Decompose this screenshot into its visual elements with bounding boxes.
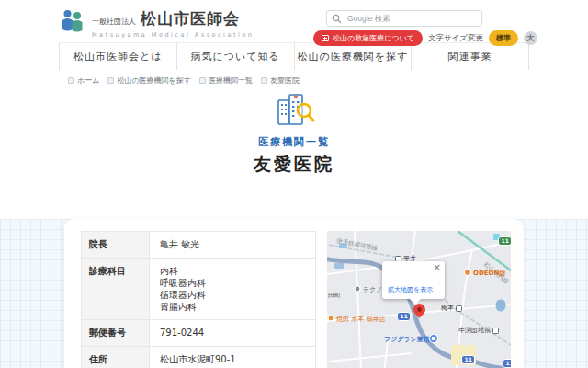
row-label-departments: 診療科目 [82,259,150,320]
nav-item-related[interactable]: 関連事業 [411,43,529,70]
header-utilities: 松山の救急医療について 文字サイズ変更 標準 大 [313,7,537,46]
route-11-shield: 11 [397,312,411,321]
clinic-detail-card: 院長 亀井 敏光 診療科目 内科 呼吸器内科 循環器内科 胃腸内科 郵便番号 7… [64,219,524,368]
building-search-icon [273,113,315,131]
breadcrumb-institution-list[interactable]: 医療機関一覧 [199,75,253,86]
train-station-icon [456,305,462,312]
header: 一般社団法人 松山市医師会 Matsuyama Medical Associat… [0,0,588,42]
row-label-director: 院長 [82,232,150,259]
breadcrumb-icon [68,77,74,84]
clinic-info-table: 院長 亀井 敏光 診療科目 内科 呼吸器内科 循環器内科 胃腸内科 郵便番号 7… [81,231,316,368]
breadcrumb-current-page: 友愛医院 [261,75,300,86]
page-heading: 医療機関一覧 友愛医院 [0,86,588,190]
row-value-postal-code: 791-0244 [150,320,316,347]
org-name-en: Matsuyama Medical Association [92,31,254,39]
row-label-address: 住所 [82,347,150,368]
route-11-shield: 11 [503,359,511,368]
station-umemoto[interactable]: 梅本 [441,304,462,313]
emergency-button-label: 松山の救急医療について [333,33,414,43]
nav-item-about[interactable]: 松山市医師会とは [59,43,176,70]
emergency-medical-button[interactable]: 松山の救急医療について [313,30,423,46]
enlarge-map-link[interactable]: 拡大地図を表示 [388,285,433,294]
search-icon [332,10,342,28]
train-station-icon [492,328,499,334]
row-value-departments: 内科 呼吸器内科 循環器内科 胃腸内科 [150,259,316,320]
page-root: 一般社団法人 松山市医師会 Matsuyama Medical Associat… [0,0,588,368]
poi-odeon[interactable]: ODEON坊 [473,270,505,277]
table-row: 郵便番号 791-0244 [82,320,316,347]
table-row: 住所 松山市水泥町90-1 [82,347,316,368]
breadcrumb: ホーム 松山の医療機関を探す 医療機関一覧 友愛医院 [0,70,588,86]
search-input[interactable] [326,10,482,27]
main-nav: 松山市医師会とは 病気について知る 松山の医療機関を探す 関連事業 [59,42,529,70]
table-row: 院長 亀井 敏光 [82,232,316,259]
table-row: 診療科目 内科 呼吸器内科 循環器内科 胃腸内科 [82,259,316,320]
breadcrumb-icon [199,77,206,84]
poi-fuji-grand[interactable]: フジグラン重信 [384,336,430,343]
content-background: 院長 亀井 敏光 診療科目 内科 呼吸器内科 循環器内科 胃腸内科 郵便番号 7… [0,219,588,368]
nav-item-find-institution[interactable]: 松山の医療機関を探す [294,43,412,70]
brand-text: 一般社団法人 松山市医師会 Matsuyama Medical Associat… [92,8,254,39]
nav-item-disease[interactable]: 病気について知る [176,43,294,70]
breadcrumb-find-institution[interactable]: 松山の医療機関を探す [107,75,191,86]
org-type: 一般社団法人 [92,17,136,27]
page-title: 友愛医院 [0,153,588,177]
breadcrumb-icon [261,77,267,84]
station-ushibuchi-danchimae[interactable]: 牛渕団地前 [458,326,499,335]
breadcrumb-icon [107,77,114,84]
route-shield-green: 11 [498,236,511,246]
org-name: 松山市医師会 [141,8,240,29]
people-logo-icon [61,8,85,39]
page-category: 医療機関一覧 [0,135,588,149]
fontsize-large-button[interactable]: 大 [524,31,537,45]
search-box [326,7,482,27]
poi-tamachi[interactable]: 田町 [328,292,341,299]
google-map-embed[interactable]: 伊予鉄横河原線 松山川内線 平井 梅本 牛渕団地前 田町 テクノプラザ 焼肉 水… [327,231,511,368]
fontsize-normal-button[interactable]: 標準 [489,30,518,46]
map-info-window: × 拡大地図を表示 [382,261,445,299]
first-aid-icon [322,35,329,41]
route-11-shield: 11 [461,355,475,364]
row-value-director: 亀井 敏光 [150,232,316,259]
close-icon[interactable]: × [434,262,441,272]
row-label-postal-code: 郵便番号 [82,320,150,347]
breadcrumb-home[interactable]: ホーム [68,75,99,86]
brand-logo[interactable]: 一般社団法人 松山市医師会 Matsuyama Medical Associat… [61,8,254,39]
row-value-address: 松山市水泥町90-1 [150,347,316,368]
fontsize-label: 文字サイズ変更 [428,33,483,44]
poi-yakiniku-mizumoto[interactable]: 焼肉 水本 畑井店 [336,316,385,323]
